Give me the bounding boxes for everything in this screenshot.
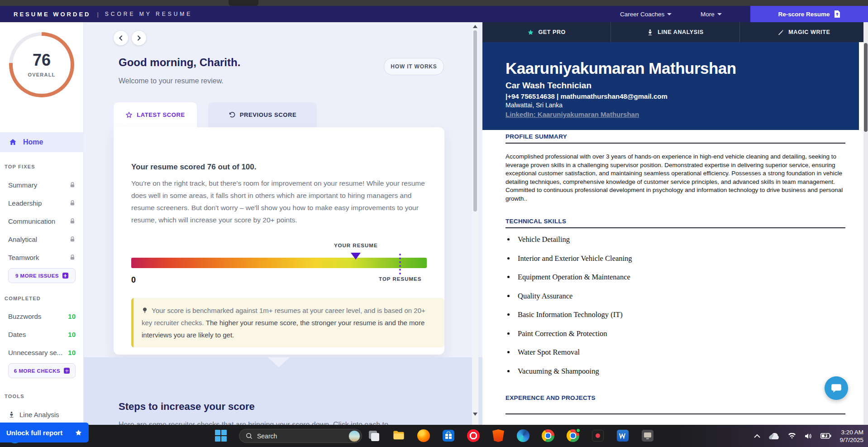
- resume-title: Car Wash Technician: [506, 81, 859, 91]
- edge-icon[interactable]: [517, 429, 529, 442]
- task-view-icon[interactable]: [367, 429, 380, 442]
- sidebar-item-teamwork[interactable]: Teamwork: [0, 251, 84, 263]
- sidebar-item-summary[interactable]: Summary: [0, 179, 84, 191]
- microsoft-store-icon[interactable]: [442, 429, 455, 442]
- volume-icon[interactable]: [804, 433, 812, 439]
- scroll-up-icon[interactable]: [473, 25, 477, 28]
- search-placeholder: Search: [257, 433, 348, 440]
- word-icon[interactable]: [616, 429, 629, 442]
- sidebar-item-line-analysis[interactable]: Line Analysis: [0, 408, 84, 421]
- magic-write-label: MAGIC WRITE: [788, 29, 830, 35]
- tray-clock[interactable]: 3:20 AM 9/7/2025: [839, 428, 863, 444]
- sidebar-item-analytical[interactable]: Analytical: [0, 233, 84, 245]
- section-notch: [268, 357, 290, 367]
- chevron-right-icon: [137, 35, 141, 41]
- benchmark-callout: Your score is benchmarked against 1m+ re…: [131, 298, 444, 347]
- start-button[interactable]: [215, 430, 228, 442]
- score-card: Your resume scored 76 out of 100. You're…: [114, 127, 444, 355]
- brave-icon[interactable]: [492, 429, 505, 442]
- star-icon: [75, 429, 82, 437]
- media-app-icon[interactable]: [641, 429, 654, 442]
- profile-summary-text: Accomplished professional with over 3 ye…: [506, 153, 844, 203]
- experience-header: EXPERENCE AND PROJECTS: [506, 394, 596, 401]
- tab-latest-score[interactable]: LATEST SCORE: [114, 102, 197, 127]
- magic-wand-icon: [777, 29, 784, 36]
- unlock-full-report-button[interactable]: Unlock full report: [0, 423, 89, 442]
- resume-name: Kaaruniyakumaran Mathurshan: [506, 60, 859, 76]
- skill-item: Equipment Operation & Maintenance: [515, 273, 632, 282]
- battery-charging-icon[interactable]: [820, 433, 831, 439]
- brand-logo[interactable]: RESUME WORDED: [14, 11, 91, 18]
- score-headline: Your resume scored 76 out of 100.: [131, 163, 257, 172]
- sidebar-item-buzzwords[interactable]: Buzzwords 10: [0, 310, 84, 322]
- skills-list: Vehicle Detailing Interior and Exterior …: [515, 235, 632, 385]
- chat-widget-button[interactable]: [825, 376, 848, 400]
- sidebar-item-leadership[interactable]: Leadership: [0, 197, 84, 209]
- taskbar: ZIM - SL Game score Search: [0, 425, 868, 447]
- completed-label: Dates: [8, 331, 68, 338]
- preview-scrollbar-thumb[interactable]: [864, 43, 868, 132]
- top-fixes-header: TOP FIXES: [5, 164, 35, 169]
- rescore-resume-button[interactable]: Re-score Resume: [750, 6, 868, 22]
- menu-career-coaches[interactable]: Career Coaches: [620, 6, 672, 22]
- chevron-down-icon: [667, 13, 672, 15]
- search-icon: [246, 433, 253, 439]
- chat-bubble-icon: [830, 382, 842, 394]
- completed-header: COMPLETED: [5, 296, 41, 301]
- search-input[interactable]: Search: [239, 429, 362, 443]
- your-resume-label: YOUR RESUME: [334, 243, 378, 248]
- bar-zero-label: 0: [131, 275, 136, 285]
- opera-icon[interactable]: [467, 429, 480, 442]
- adobe-icon[interactable]: [591, 429, 604, 442]
- notification-badge: [576, 428, 581, 433]
- benchmark-bar: YOUR RESUME TOP RESUMES 0: [131, 243, 427, 293]
- sidebar-item-home[interactable]: Home: [0, 132, 84, 152]
- tab-get-pro[interactable]: GET PRO: [482, 22, 611, 42]
- star-outline-icon: [125, 111, 133, 119]
- onedrive-icon[interactable]: [769, 433, 780, 440]
- lightbulb-icon: [142, 307, 148, 314]
- sidebar-item-communication[interactable]: Communication: [0, 215, 84, 227]
- rescore-label: Re-score Resume: [778, 11, 830, 18]
- main-scrollbar-thumb[interactable]: [473, 30, 477, 211]
- section-rule: [506, 413, 845, 414]
- scroll-down-icon[interactable]: [473, 413, 477, 416]
- tab-magic-write[interactable]: MAGIC WRITE: [740, 22, 868, 42]
- line-analysis-icon: [8, 411, 15, 418]
- tools-header: TOOLS: [5, 394, 24, 399]
- tab-line-analysis[interactable]: LINE ANALYSIS: [611, 22, 739, 42]
- more-checks-button[interactable]: 6 MORE CHECKS: [8, 363, 76, 378]
- sidebar-item-unnecessary-sections[interactable]: Unnecessary se... 10: [0, 346, 84, 358]
- tray-chevron-up-icon[interactable]: [754, 434, 761, 438]
- browser-top-strip: [0, 0, 868, 6]
- main-panel: Good morning, Charith. HOW IT WORKS Welc…: [84, 22, 482, 425]
- forward-button[interactable]: [132, 31, 146, 45]
- file-explorer-icon[interactable]: [392, 429, 405, 442]
- your-resume-marker: [351, 253, 361, 260]
- more-issues-button[interactable]: 9 MORE ISSUES: [8, 268, 76, 283]
- completed-score: 10: [68, 349, 76, 356]
- chrome-icon[interactable]: [542, 429, 554, 442]
- system-tray: 3:20 AM 9/7/2025: [754, 425, 868, 447]
- menu-more[interactable]: More: [701, 6, 722, 22]
- line-analysis-label: Line Analysis: [19, 411, 59, 418]
- lock-icon: [69, 182, 76, 188]
- tab-previous-score[interactable]: PREVIOUS SCORE: [208, 102, 317, 127]
- chrome-profile-icon[interactable]: [567, 429, 579, 442]
- wifi-icon[interactable]: [788, 433, 796, 439]
- firefox-icon[interactable]: [417, 429, 430, 442]
- sidebar-item-dates[interactable]: Dates 10: [0, 328, 84, 340]
- top-navbar: RESUME WORDED | SCORE MY RESUME Career C…: [0, 6, 868, 22]
- career-coaches-label: Career Coaches: [620, 11, 664, 18]
- sidebar: 76 OVERALL Home TOP FIXES Summary Leader…: [0, 22, 84, 425]
- star-icon: [527, 29, 534, 36]
- back-button[interactable]: [114, 31, 128, 45]
- completed-score: 10: [68, 312, 76, 320]
- technical-skills-header: TECHNICAL SKILLS: [506, 218, 566, 225]
- page-greeting: Good morning, Charith.: [119, 56, 240, 69]
- resume-location: Malwattai, Sri Lanka: [506, 101, 859, 109]
- resume-contact: |+94 756514638 | mathumathurshan48@gmail…: [506, 92, 859, 100]
- how-it-works-button[interactable]: HOW IT WORKS: [384, 58, 444, 75]
- resume-linkedin-link[interactable]: LinkedIn: Kaaruniyakumaran Mathurshan: [506, 111, 859, 118]
- clock-date: 9/7/2025: [839, 436, 863, 444]
